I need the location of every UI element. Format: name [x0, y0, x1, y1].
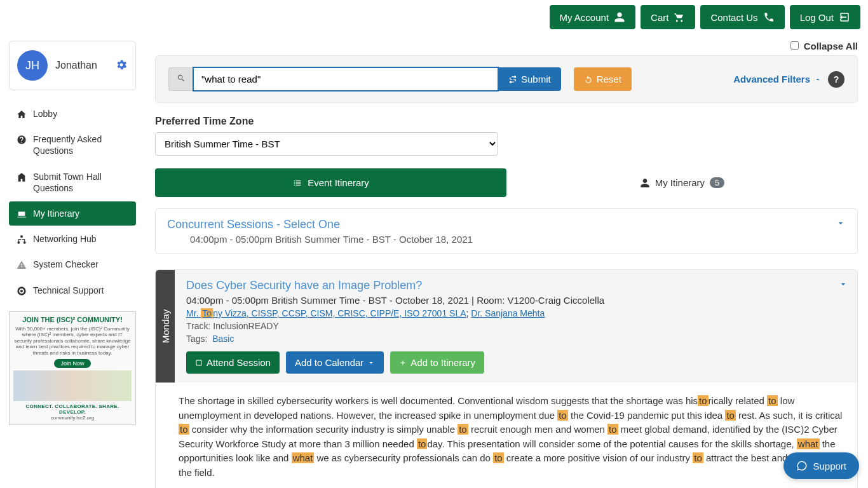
presenter-link[interactable]: Mr. Tony Vizza, CISSP, CCSP, CISM, CRISC… [186, 308, 466, 318]
session-meta: 04:00pm - 05:00pm British Summer Time - … [186, 295, 846, 306]
help-button[interactable]: ? [828, 71, 844, 88]
sidenav-label: Technical Support [33, 285, 104, 296]
session-title[interactable]: Does Cyber Security have an Image Proble… [186, 279, 846, 292]
sidenav-tech-support[interactable]: Technical Support [9, 278, 136, 302]
collapse-all-row: Collapse All [155, 41, 858, 51]
search-icon [177, 74, 186, 83]
list-icon [292, 178, 302, 188]
timezone-label: Preferred Time Zone [155, 116, 858, 127]
sidenav-label: Frequently Asked Questions [33, 133, 128, 156]
sidenav-networking[interactable]: Networking Hub [9, 227, 136, 251]
attend-label: Attend Session [207, 357, 271, 368]
sidenav-my-itinerary[interactable]: My Itinerary [9, 201, 136, 226]
add-to-calendar-button[interactable]: Add to Calendar [286, 351, 384, 374]
top-nav: My Account Cart Contact Us Log Out [0, 0, 868, 34]
my-account-button[interactable]: My Account [550, 5, 636, 29]
username: Jonathan [55, 60, 107, 71]
promo-join-button[interactable]: Join Now [54, 359, 90, 368]
tab-my-itinerary[interactable]: My Itinerary 5 [506, 168, 858, 197]
chevron-down-icon [836, 218, 846, 228]
promo-url: community.isc2.org [13, 415, 132, 421]
sidenav-label: System Checker [33, 259, 98, 270]
session-toggle[interactable] [838, 279, 848, 291]
session-header: Monday Does Cyber Security have an Image… [156, 270, 857, 383]
avatar: JH [17, 50, 48, 81]
attend-session-button[interactable]: Attend Session [186, 351, 280, 374]
description-text: The shortage in skilled cybersecurity wo… [179, 394, 846, 480]
add-label: Add to Itinerary [410, 357, 475, 368]
reset-label: Reset [597, 74, 621, 85]
section-subtitle: 04:00pm - 05:00pm British Summer Time - … [167, 234, 846, 245]
search-input[interactable] [193, 67, 498, 91]
session-description: The shortage in skilled cybersecurity wo… [156, 383, 857, 488]
chevron-down-icon [838, 279, 848, 289]
question-icon [17, 135, 27, 145]
presenter-link[interactable]: Dr. Sanjana Mehta [471, 308, 545, 318]
session-card: Monday Does Cyber Security have an Image… [155, 269, 858, 488]
session-tags: Tags: Basic [186, 334, 846, 344]
contact-us-button[interactable]: Contact Us [700, 5, 784, 29]
sidenav-lobby[interactable]: Lobby [9, 102, 136, 126]
cart-label: Cart [651, 12, 668, 23]
session-head: Does Cyber Security have an Image Proble… [175, 270, 857, 383]
search-bar: Submit Reset Advanced Filters ? [155, 55, 858, 103]
network-icon [17, 234, 27, 245]
user-icon [614, 11, 625, 23]
timezone-select[interactable]: British Summer Time - BST [155, 132, 498, 156]
tab-count-badge: 5 [710, 177, 724, 188]
calendar-label: Add to Calendar [295, 357, 363, 368]
reset-button[interactable]: Reset [574, 67, 632, 91]
advanced-filters-label: Advanced Filters [733, 74, 810, 85]
promo-body: With 30,000+ members, join the (ISC)² Co… [13, 326, 132, 356]
support-fab[interactable]: Support [783, 452, 859, 479]
sidenav-faq[interactable]: Frequently Asked Questions [9, 127, 136, 163]
log-out-label: Log Out [800, 12, 834, 23]
section-toggle[interactable] [836, 218, 846, 230]
section-header: Concurrent Sessions - Select One 04:00pm… [155, 208, 858, 254]
promo-image [13, 370, 132, 401]
sidenav-label: Lobby [33, 108, 57, 119]
tab-event-itinerary[interactable]: Event Itinerary [155, 168, 506, 197]
submit-label: Submit [521, 74, 551, 85]
cart-button[interactable]: Cart [641, 5, 695, 29]
sidenav-townhall[interactable]: Submit Town Hall Questions [9, 165, 136, 200]
sidebar: JH Jonathan Lobby Frequently Asked Quest… [0, 34, 145, 488]
tab-label: My Itinerary [655, 177, 705, 188]
user-card: JH Jonathan [9, 41, 136, 90]
side-nav: Lobby Frequently Asked Questions Submit … [9, 102, 136, 302]
section-title: Concurrent Sessions - Select One [167, 218, 846, 231]
settings-button[interactable] [115, 58, 128, 73]
plus-icon [399, 359, 407, 367]
session-presenters: Mr. Tony Vizza, CISSP, CCSP, CISM, CRISC… [186, 308, 846, 318]
tag-link[interactable]: Basic [212, 334, 234, 344]
session-day: Monday [156, 270, 175, 383]
sidenav-label: Submit Town Hall Questions [33, 171, 128, 194]
collapse-all-label[interactable]: Collapse All [804, 41, 858, 51]
sidenav-label: My Itinerary [33, 208, 79, 219]
chat-icon [796, 460, 808, 471]
cart-icon [674, 11, 685, 23]
laptop-icon [17, 209, 27, 219]
add-to-itinerary-button[interactable]: Add to Itinerary [390, 351, 484, 374]
warning-icon [17, 260, 27, 270]
tabs: Event Itinerary My Itinerary 5 [155, 168, 858, 197]
share-icon [508, 75, 517, 84]
tab-label: Event Itinerary [308, 177, 369, 188]
gear-icon [115, 58, 128, 71]
support-label: Support [813, 461, 846, 471]
advanced-filters-toggle[interactable]: Advanced Filters [733, 74, 822, 85]
search-icon-box [168, 67, 193, 91]
session-actions: Attend Session Add to Calendar Add to It… [186, 351, 846, 374]
sidenav-system-checker[interactable]: System Checker [9, 252, 136, 276]
promo-footer: CONNECT. COLLABORATE. SHARE. DEVELOP. [13, 403, 132, 415]
building-icon [17, 172, 27, 182]
square-icon [195, 359, 203, 367]
sidenav-label: Networking Hub [33, 233, 97, 245]
log-out-button[interactable]: Log Out [790, 5, 860, 29]
collapse-all-checkbox[interactable] [790, 41, 799, 50]
contact-us-label: Contact Us [710, 12, 757, 23]
promo-banner[interactable]: JOIN THE (ISC)² COMMUNITY! With 30,000+ … [9, 311, 136, 425]
user-icon [640, 178, 650, 188]
submit-button[interactable]: Submit [498, 67, 561, 91]
session-track: Track: InclusionREADY [186, 321, 846, 331]
